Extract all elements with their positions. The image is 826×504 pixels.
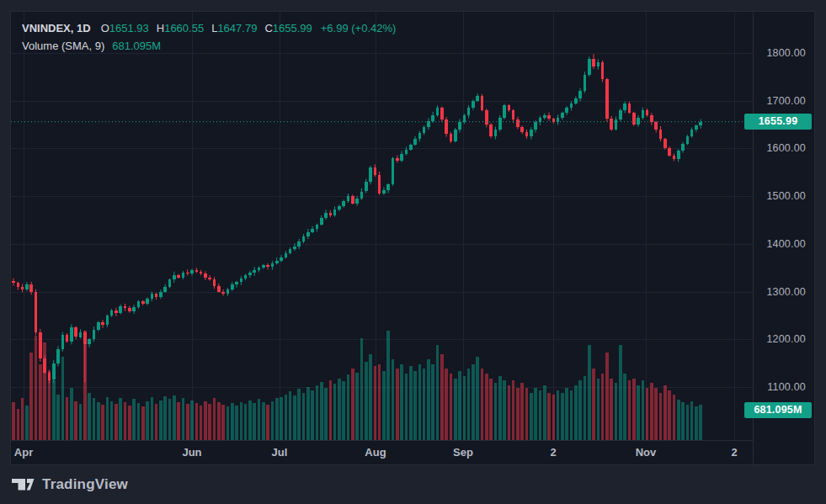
volume-bar xyxy=(405,374,408,440)
volume-bar xyxy=(79,404,83,440)
volume-bar xyxy=(333,384,337,440)
candle xyxy=(106,316,109,325)
candle xyxy=(151,294,154,299)
volume-bar xyxy=(413,371,417,440)
candle xyxy=(146,299,149,304)
volume-bar xyxy=(592,369,595,440)
volume-bar xyxy=(588,345,591,440)
candles-layer xyxy=(12,54,702,383)
volume-bar xyxy=(365,362,368,440)
candle xyxy=(316,225,319,229)
candle xyxy=(597,62,600,66)
candle xyxy=(275,261,279,263)
candle xyxy=(690,130,694,137)
volume-bar xyxy=(151,397,154,440)
volume-bar xyxy=(445,369,448,440)
price-axis[interactable]: 1800.001700.001600.001500.001400.001300.… xyxy=(754,12,816,440)
volume-bar xyxy=(293,395,296,440)
volume-bar xyxy=(213,398,216,440)
symbol-title[interactable]: VNINDEX, 1D xyxy=(22,19,91,37)
volume-bar xyxy=(297,389,301,440)
candle xyxy=(311,229,314,232)
candle xyxy=(39,332,42,358)
candle xyxy=(48,373,51,380)
volume-bar xyxy=(409,366,413,440)
plot-area[interactable] xyxy=(11,12,753,440)
tradingview-logo-text[interactable]: TradingView xyxy=(42,476,128,493)
volume-bar xyxy=(101,405,104,440)
volume-bar xyxy=(574,385,578,440)
candle xyxy=(481,96,484,110)
candle xyxy=(431,115,434,121)
volume-bar xyxy=(248,401,252,441)
candle xyxy=(654,122,658,130)
time-axis-label: Nov xyxy=(636,446,657,459)
price-axis-label: 1200.00 xyxy=(754,332,816,346)
volume-bar xyxy=(235,406,238,440)
volume-bar xyxy=(110,401,114,440)
tradingview-logo-icon[interactable] xyxy=(12,479,35,491)
time-axis-label: Jul xyxy=(272,446,288,459)
candle xyxy=(12,281,15,283)
volume-bar xyxy=(271,401,274,440)
candle xyxy=(543,115,546,118)
ohlc-values: O1651.93H1660.55L1647.79C1655.99 xyxy=(101,19,320,37)
candle xyxy=(436,108,440,115)
volume-bar xyxy=(25,406,29,440)
volume-bar xyxy=(619,345,622,440)
volume-bar xyxy=(623,374,626,440)
footer: TradingView xyxy=(0,465,826,504)
candle xyxy=(681,144,685,151)
candle xyxy=(623,103,626,111)
volume-bar xyxy=(342,381,345,440)
candle xyxy=(610,119,613,130)
candle xyxy=(476,96,479,101)
ohlc-item: C1655.99 xyxy=(264,22,312,34)
volume-bar xyxy=(244,404,248,440)
volume-bar xyxy=(74,401,77,440)
ohlc-item: H1660.55 xyxy=(157,22,204,34)
candle xyxy=(52,363,56,380)
candle xyxy=(213,279,216,285)
volume-bar xyxy=(182,398,185,440)
volume-bar xyxy=(436,345,440,440)
candle xyxy=(413,139,417,145)
volume-bar xyxy=(637,385,640,440)
candle xyxy=(628,103,631,113)
candle xyxy=(168,279,172,287)
candle xyxy=(695,125,698,130)
candle xyxy=(378,175,381,194)
candle xyxy=(699,122,702,126)
candle xyxy=(66,335,69,342)
volume-bar xyxy=(516,388,520,440)
candle xyxy=(355,199,359,204)
time-axis-label: 2 xyxy=(731,446,737,459)
candle xyxy=(320,218,323,225)
price-axis-label: 1800.00 xyxy=(754,46,816,60)
candle xyxy=(365,182,368,191)
candle xyxy=(642,110,645,118)
candle xyxy=(297,241,301,247)
candle xyxy=(333,210,337,215)
time-axis[interactable]: AprJunJulAugSep2Nov2 xyxy=(11,441,753,466)
candle xyxy=(463,115,466,123)
candle xyxy=(382,190,386,194)
candle xyxy=(208,278,211,280)
candle xyxy=(369,167,372,182)
volume-bar xyxy=(168,399,172,440)
time-axis-label: Sep xyxy=(453,446,473,459)
chart-widget: VNINDEX, 1D O1651.93H1660.55L1647.79C165… xyxy=(10,11,815,465)
volume-bar xyxy=(316,385,319,441)
candle xyxy=(285,253,288,257)
indicator-name[interactable]: Volume (SMA, 9) xyxy=(22,37,104,55)
candle xyxy=(673,156,676,159)
legend-symbol-row[interactable]: VNINDEX, 1D O1651.93H1660.55L1647.79C165… xyxy=(22,19,396,37)
candle xyxy=(342,201,345,206)
legend-indicator-row[interactable]: Volume (SMA, 9) 681.095M xyxy=(22,37,396,55)
volume-bar xyxy=(654,388,658,440)
volume-bar xyxy=(115,404,118,440)
candle xyxy=(271,263,274,268)
volume-bar xyxy=(93,398,96,440)
volume-bar xyxy=(512,380,515,440)
candle xyxy=(503,105,506,117)
